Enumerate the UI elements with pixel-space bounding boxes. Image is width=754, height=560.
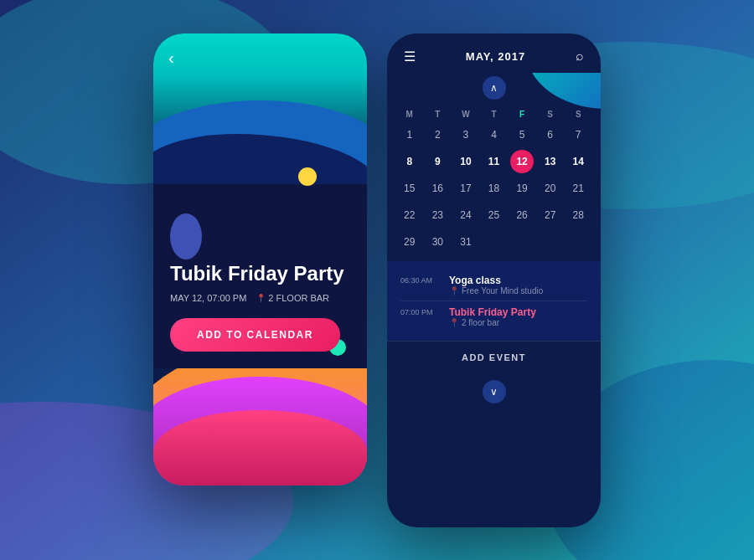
cal-date-26[interactable]: 26 [514,204,529,226]
event-content: Tubik Friday Party MAY 12, 07:00 PM 📍 2 … [170,262,350,352]
deco-blue-circle [170,213,202,259]
day-label-sat: S [536,106,565,122]
cal-date-12[interactable]: 12 [510,150,534,173]
cal-date-8[interactable]: 8 [405,151,414,172]
event-place-party: 📍 2 floor bar [449,318,536,327]
event-name-yoga: Yoga class [449,275,543,286]
cal-date-15[interactable]: 15 [402,177,416,199]
chevron-down-container: ∨ [387,373,601,410]
chevron-down-button[interactable]: ∨ [483,380,506,403]
event-info-yoga: Yoga class 📍 Free Your Mind studio [449,275,543,295]
cal-date-20[interactable]: 20 [543,177,557,199]
event-item-yoga[interactable]: 06:30 AM Yoga class 📍 Free Your Mind stu… [400,270,587,301]
event-name-party: Tubik Friday Party [449,306,536,318]
chevron-up-button[interactable]: ∧ [483,76,506,100]
cal-date-3[interactable]: 3 [462,124,471,146]
cal-date-19[interactable]: 19 [514,177,529,199]
deco-yellow-circle [298,167,317,186]
pin-icon-yoga: 📍 [449,286,459,295]
day-label-sun: S [564,106,592,122]
menu-icon[interactable]: ☰ [404,49,416,64]
day-label-fri: F [508,106,536,122]
events-section: 06:30 AM Yoga class 📍 Free Your Mind stu… [387,261,601,341]
event-title: Tubik Friday Party [170,262,350,286]
event-item-party[interactable]: 07:00 PM Tubik Friday Party 📍 2 floor ba… [400,301,587,332]
cal-date-25[interactable]: 25 [487,204,501,226]
day-label-tue: T [424,106,452,122]
day-label-wed: W [452,106,480,122]
cal-date-4[interactable]: 4 [489,124,498,146]
event-info-party: Tubik Friday Party 📍 2 floor bar [449,306,536,327]
event-meta: MAY 12, 07:00 PM 📍 2 FLOOR BAR [170,293,350,303]
cal-date-7[interactable]: 7 [574,124,583,146]
cal-date-11[interactable]: 11 [487,151,501,172]
cal-date-24[interactable]: 24 [458,204,473,226]
cal-date-1[interactable]: 1 [405,124,414,146]
cal-date-10[interactable]: 10 [458,151,473,172]
cal-date-14[interactable]: 14 [571,151,586,172]
calendar-title: MAY, 2017 [466,50,525,63]
calendar-day-headers: M T W T F S S [387,106,601,122]
cal-date-29[interactable]: 29 [402,231,416,253]
back-button[interactable]: ‹ [168,49,174,68]
cal-date-31[interactable]: 31 [458,231,473,253]
event-place-yoga: 📍 Free Your Mind studio [449,286,543,295]
calendar-header: ☰ MAY, 2017 ⌕ [387,33,601,73]
event-location: 📍 2 FLOOR BAR [256,293,329,303]
cal-date-17[interactable]: 17 [458,177,473,199]
add-event-button[interactable]: ADD EVENT [387,341,601,373]
day-label-thu: T [480,106,509,122]
cal-date-30[interactable]: 30 [431,231,445,253]
event-time-yoga: 06:30 AM [400,275,441,285]
cal-date-23[interactable]: 23 [431,204,445,226]
cal-date-22[interactable]: 22 [402,204,416,226]
day-label-mon: M [395,106,424,122]
pin-icon: 📍 [256,294,266,302]
cal-date-9[interactable]: 9 [433,151,442,172]
left-phone: ‹ Tubik Friday Party MAY 12, 07:00 PM 📍 … [153,33,367,486]
calendar-grid: 1 2 3 4 5 6 7 8 9 10 11 12 13 14 15 16 1… [387,122,601,254]
cal-date-21[interactable]: 21 [571,177,586,199]
event-date: MAY 12, 07:00 PM [170,293,246,303]
cal-date-13[interactable]: 13 [543,151,557,172]
event-time-party: 07:00 PM [400,306,441,316]
right-phone: ☰ MAY, 2017 ⌕ ∧ M T W T F S S 1 2 3 4 5 … [387,33,601,527]
cal-date-6[interactable]: 6 [545,124,555,146]
phones-container: ‹ Tubik Friday Party MAY 12, 07:00 PM 📍 … [137,17,617,544]
add-to-calendar-button[interactable]: ADD TO CALENDAR [170,318,340,352]
cal-date-27[interactable]: 27 [543,204,557,226]
cal-date-16[interactable]: 16 [431,177,445,199]
cal-date-18[interactable]: 18 [487,177,501,199]
pin-icon-party: 📍 [449,318,459,327]
cal-date-5[interactable]: 5 [518,124,527,146]
search-icon[interactable]: ⌕ [576,49,584,64]
cal-date-28[interactable]: 28 [571,204,586,226]
cal-date-2[interactable]: 2 [433,124,442,146]
